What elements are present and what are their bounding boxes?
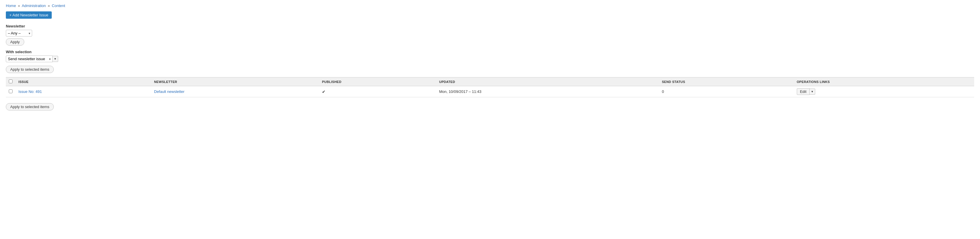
row-issue-cell: Issue No: 491	[16, 86, 151, 97]
row-published-cell: ✔	[319, 86, 436, 97]
breadcrumb-content-link[interactable]: Content	[52, 3, 65, 8]
selection-select-wrapper: Send newsletter issue	[6, 56, 52, 62]
row-checkbox-cell	[6, 86, 16, 97]
table-container: ISSUE NEWSLETTER PUBLISHED UPDATED SEND …	[6, 77, 974, 97]
breadcrumb-administration-link[interactable]: Administration	[22, 3, 46, 8]
newsletter-select-wrapper: – Any –	[6, 30, 32, 37]
selection-action-select[interactable]: Send newsletter issue	[6, 56, 52, 62]
breadcrumb-home-link[interactable]: Home	[6, 3, 16, 8]
apply-to-selected-bottom-button[interactable]: Apply to selected items	[6, 103, 54, 110]
table-header-send-status: SEND STATUS	[659, 77, 794, 86]
edit-btn-group: Edit ▾	[797, 88, 815, 95]
row-updated-cell: Mon, 10/09/2017 – 11:43	[436, 86, 659, 97]
add-newsletter-issue-button[interactable]: + Add Newsletter Issue	[6, 11, 52, 19]
with-selection-section: With selection Send newsletter issue ▾ A…	[6, 50, 974, 73]
published-checkmark: ✔	[322, 89, 326, 94]
newsletter-select[interactable]: – Any –	[6, 30, 32, 37]
apply-filter-button[interactable]: Apply	[6, 38, 24, 46]
edit-dropdown-button[interactable]: ▾	[810, 89, 815, 95]
row-send-status-cell: 0	[659, 86, 794, 97]
table-header-updated: UPDATED	[436, 77, 659, 86]
bottom-apply-section: Apply to selected items	[6, 101, 974, 110]
updated-value: Mon, 10/09/2017 – 11:43	[439, 89, 482, 94]
row-operations-cell: Edit ▾	[794, 86, 974, 97]
newsletter-table: ISSUE NEWSLETTER PUBLISHED UPDATED SEND …	[6, 77, 974, 97]
newsletter-filter-section: Newsletter – Any – Apply	[6, 24, 974, 46]
table-header-issue: ISSUE	[16, 77, 151, 86]
table-header-newsletter: NEWSLETTER	[151, 77, 319, 86]
issue-link[interactable]: Issue No: 491	[18, 89, 42, 94]
newsletter-link[interactable]: Default newsletter	[154, 89, 185, 94]
table-header-published: PUBLISHED	[319, 77, 436, 86]
apply-to-selected-top-button[interactable]: Apply to selected items	[6, 66, 54, 73]
table-header-checkbox-col	[6, 77, 16, 86]
send-status-value: 0	[662, 89, 664, 94]
selection-dropdown-button[interactable]: ▾	[52, 56, 58, 62]
edit-button[interactable]: Edit	[797, 88, 810, 95]
table-row: Issue No: 491 Default newsletter ✔ Mon, …	[6, 86, 974, 97]
with-selection-row: Send newsletter issue ▾	[6, 56, 974, 62]
breadcrumb: Home » Administration » Content	[6, 3, 974, 8]
row-checkbox[interactable]	[9, 89, 13, 93]
with-selection-label: With selection	[6, 50, 974, 54]
select-all-checkbox[interactable]	[9, 80, 13, 83]
table-header-row: ISSUE NEWSLETTER PUBLISHED UPDATED SEND …	[6, 77, 974, 86]
table-header-operations-links: OPERATIONS LINKS	[794, 77, 974, 86]
newsletter-filter-label: Newsletter	[6, 24, 974, 28]
row-newsletter-cell: Default newsletter	[151, 86, 319, 97]
